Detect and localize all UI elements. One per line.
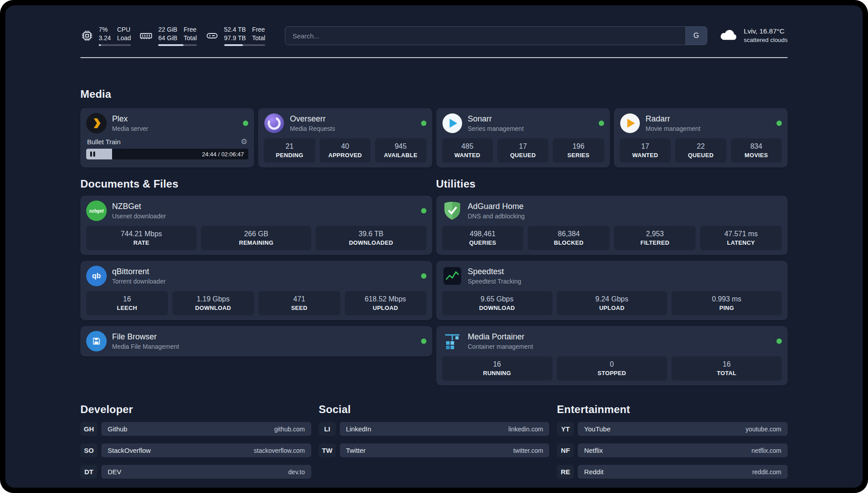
reddit-badge[interactable]: RE <box>557 465 574 479</box>
link-netflix[interactable]: Netflix netflix.com <box>578 443 788 457</box>
developer-section: Developer GH Github github.com SO StackO… <box>80 403 311 479</box>
overseerr-icon <box>264 113 284 134</box>
link-stackoverflow[interactable]: StackOverflow stackoverflow.com <box>101 443 311 457</box>
link-url: youtube.com <box>746 426 781 433</box>
stackoverflow-badge[interactable]: SO <box>80 443 97 457</box>
card-portainer[interactable]: Media Portainer Container management 16 … <box>436 326 788 385</box>
top-bar: 7% 3.24 CPU Load <box>80 23 788 48</box>
stat-label: LATENCY <box>727 239 755 246</box>
stat-value: 0.993 ms <box>712 295 742 303</box>
playback-time: 24:44 / 02:06:47 <box>202 151 244 158</box>
stat-label: PING <box>719 305 734 311</box>
ram-free-label: Free <box>184 25 197 33</box>
card-title: Media Portainer <box>468 332 533 342</box>
stat-label: QUEUED <box>510 152 535 159</box>
dev-badge[interactable]: DT <box>80 465 97 479</box>
link-url: linkedin.com <box>509 426 543 433</box>
stat-value: 40 <box>341 142 349 150</box>
card-subtitle: Series management <box>468 125 524 132</box>
disk-free-value: 52.4 TB <box>224 25 246 33</box>
link-name: DEV <box>108 468 121 476</box>
disk-free-label: Free <box>252 25 266 33</box>
cpu-chip-icon <box>80 29 94 42</box>
stat-tile: 498,461 QUERIES <box>442 226 524 250</box>
card-plex[interactable]: Plex Media server Bullet Train ⚙ 24:44 /… <box>80 108 254 167</box>
card-speedtest[interactable]: Speedtest Speedtest Tracking 9.65 Gbps D… <box>436 261 788 320</box>
disk-monitor: 52.4 TB 97.9 TB Free Total <box>205 25 265 46</box>
stat-label: DOWNLOADED <box>349 239 393 246</box>
speedtest-icon <box>442 266 463 286</box>
status-dot <box>421 273 426 279</box>
card-subtitle: Media Requests <box>290 125 335 132</box>
card-title: Sonarr <box>468 114 524 124</box>
link-dev[interactable]: DEV dev.to <box>101 465 311 479</box>
filebrowser-icon <box>86 331 107 351</box>
stat-tile: 17 WANTED <box>620 138 671 163</box>
stat-label: REMAINING <box>239 239 273 246</box>
section-title-media: Media <box>80 88 788 101</box>
link-name: Github <box>108 425 127 433</box>
card-sonarr[interactable]: Sonarr Series management 485 WANTED 17 Q… <box>436 108 610 167</box>
link-name: StackOverflow <box>108 447 151 454</box>
stat-value: 471 <box>293 295 305 303</box>
stat-value: 834 <box>750 142 762 150</box>
github-badge[interactable]: GH <box>80 422 97 436</box>
stat-tile: 0.993 ms PING <box>672 291 782 315</box>
ram-monitor: 22 GiB 64 GiB Free Total <box>139 25 196 46</box>
stat-value: 744.21 Mbps <box>121 230 162 238</box>
pause-icon[interactable] <box>90 152 95 157</box>
stat-tile: 744.21 Mbps RATE <box>86 226 196 250</box>
stat-tile: 21 PENDING <box>264 138 315 163</box>
linkedin-badge[interactable]: LI <box>319 422 336 436</box>
link-name: Reddit <box>584 468 603 476</box>
card-adguard[interactable]: AdGuard Home DNS and adblocking 498,461 … <box>436 196 788 255</box>
netflix-badge[interactable]: NF <box>557 443 574 457</box>
card-filebrowser[interactable]: File Browser Media File Management <box>80 326 432 356</box>
link-url: stackoverflow.com <box>254 447 305 454</box>
weather-condition: scattered clouds <box>744 36 788 44</box>
stat-value: 945 <box>395 142 407 150</box>
stat-tile: 2,953 FILTERED <box>614 226 696 250</box>
card-nzbget[interactable]: nzbget NZBGet Usenet downloader 744.21 M… <box>80 196 432 255</box>
nzbget-icon: nzbget <box>86 201 107 221</box>
link-youtube[interactable]: YouTube youtube.com <box>578 422 788 436</box>
cpu-monitor: 7% 3.24 CPU Load <box>80 25 131 46</box>
gear-icon[interactable]: ⚙ <box>241 138 247 146</box>
card-qbittorrent[interactable]: qb qBittorrent Torrent downloader 16 LEE… <box>80 261 432 320</box>
search-input[interactable] <box>285 27 685 45</box>
status-dot <box>776 121 782 126</box>
link-linkedin[interactable]: LinkedIn linkedin.com <box>340 422 550 436</box>
link-name: Twitter <box>346 447 366 454</box>
card-radarr[interactable]: Radarr Movie management 17 WANTED 22 QUE… <box>614 108 788 167</box>
card-subtitle: Media server <box>112 125 148 132</box>
stat-label: QUEUED <box>688 152 714 159</box>
link-github[interactable]: Github github.com <box>101 422 311 436</box>
card-subtitle: Speedtest Tracking <box>468 278 522 285</box>
stat-value: 21 <box>286 142 294 150</box>
stat-label: TOTAL <box>717 370 737 376</box>
card-title: NZBGet <box>112 202 166 211</box>
link-twitter[interactable]: Twitter twitter.com <box>340 443 550 457</box>
link-reddit[interactable]: Reddit reddit.com <box>578 465 788 479</box>
adguard-icon <box>442 201 463 221</box>
stat-tile: 16 TOTAL <box>672 356 782 380</box>
card-overseerr[interactable]: Overseerr Media Requests 21 PENDING 40 A… <box>258 108 432 167</box>
twitter-badge[interactable]: TW <box>319 443 336 457</box>
stat-value: 1.19 Gbps <box>196 295 230 303</box>
stat-label: WANTED <box>632 152 658 159</box>
status-dot <box>776 338 782 344</box>
youtube-badge[interactable]: YT <box>557 422 574 436</box>
portainer-icon <box>442 331 463 351</box>
stat-value: 39.6 TB <box>359 230 384 238</box>
stat-value: 9.24 Gbps <box>595 295 628 303</box>
stat-label: UPLOAD <box>373 305 398 311</box>
stat-tile: 0 STOPPED <box>557 356 667 380</box>
playback-progress-bar[interactable]: 24:44 / 02:06:47 <box>86 149 248 159</box>
link-name: Netflix <box>584 447 603 454</box>
ram-free-value: 22 GiB <box>158 25 177 33</box>
stat-label: MOVIES <box>745 152 768 159</box>
stat-value: 485 <box>461 142 473 150</box>
card-title: Speedtest <box>468 267 522 276</box>
status-dot <box>421 338 426 344</box>
search-engine-button[interactable]: G <box>685 27 707 45</box>
